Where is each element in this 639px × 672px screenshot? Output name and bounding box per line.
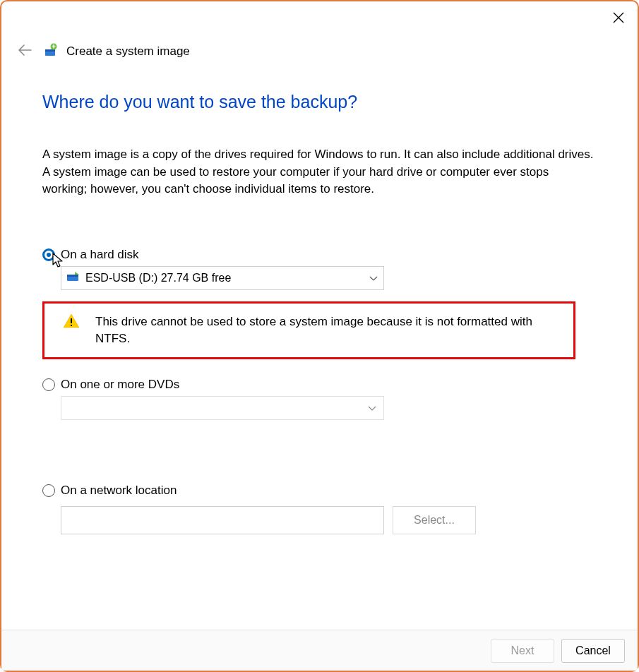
content-area: Where do you want to save the backup? A … bbox=[42, 92, 597, 534]
dvd-dropdown[interactable] bbox=[61, 396, 384, 420]
drive-icon bbox=[67, 272, 80, 284]
option-hard-disk[interactable]: On a hard disk bbox=[42, 248, 597, 262]
window-title: Create a system image bbox=[66, 44, 190, 59]
option-dvd[interactable]: On one or more DVDs bbox=[42, 378, 597, 392]
select-button[interactable]: Select... bbox=[393, 506, 476, 534]
option-hard-disk-label: On a hard disk bbox=[61, 248, 139, 262]
chevron-down-icon bbox=[369, 272, 378, 284]
svg-rect-4 bbox=[67, 275, 78, 277]
warning-icon bbox=[63, 313, 80, 331]
footer: Next Cancel bbox=[1, 630, 638, 671]
radio-dvd[interactable] bbox=[42, 378, 55, 391]
warning-box: This drive cannot be used to store a sys… bbox=[42, 301, 575, 359]
system-image-icon bbox=[44, 42, 59, 60]
option-network-label: On a network location bbox=[61, 484, 177, 498]
option-network[interactable]: On a network location bbox=[42, 484, 597, 498]
drive-dropdown-value: ESD-USB (D:) 27.74 GB free bbox=[85, 272, 231, 284]
svg-rect-5 bbox=[71, 318, 72, 323]
back-button[interactable] bbox=[17, 44, 32, 59]
close-button[interactable] bbox=[612, 11, 625, 26]
drive-dropdown[interactable]: ESD-USB (D:) 27.74 GB free bbox=[61, 266, 384, 290]
page-description: A system image is a copy of the drives r… bbox=[42, 146, 597, 198]
warning-text: This drive cannot be used to store a sys… bbox=[95, 313, 563, 347]
option-dvd-label: On one or more DVDs bbox=[61, 378, 179, 392]
header: Create a system image bbox=[44, 42, 190, 60]
chevron-down-icon bbox=[368, 402, 376, 414]
svg-rect-6 bbox=[71, 325, 72, 326]
cancel-button[interactable]: Cancel bbox=[561, 639, 625, 663]
radio-hard-disk[interactable] bbox=[42, 248, 55, 261]
page-heading: Where do you want to save the backup? bbox=[42, 92, 597, 112]
radio-network[interactable] bbox=[42, 484, 55, 497]
next-button[interactable]: Next bbox=[491, 639, 554, 663]
network-path-input[interactable] bbox=[61, 506, 384, 534]
wizard-window: Create a system image Where do you want … bbox=[0, 0, 639, 672]
